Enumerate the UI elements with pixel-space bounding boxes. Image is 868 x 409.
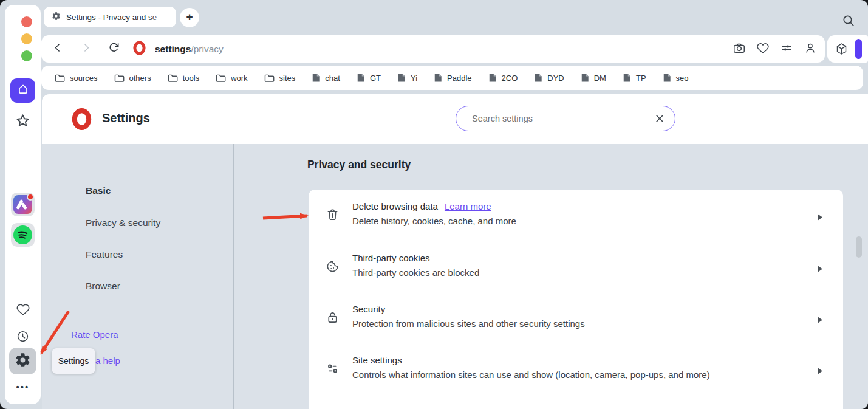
bookmark-folder-work[interactable]: work: [216, 74, 247, 83]
trash-icon: [326, 208, 340, 222]
bookmark-2co[interactable]: 2CO: [488, 73, 518, 83]
new-tab-button[interactable]: +: [180, 8, 199, 27]
bookmark-label: 2CO: [502, 74, 518, 83]
home-icon: [16, 83, 30, 98]
lock-icon: [326, 311, 340, 325]
card-subtitle: Protection from malicious sites and othe…: [352, 318, 585, 329]
card-third-party-cookies[interactable]: Third-party cookies Third-party cookies …: [309, 241, 843, 292]
sidebar-more-button[interactable]: •••: [5, 382, 41, 392]
settings-search-input[interactable]: [472, 114, 654, 123]
opera-logo-icon: [132, 40, 147, 58]
traffic-light-minimize[interactable]: [21, 33, 32, 44]
browser-search-button[interactable]: [841, 13, 856, 28]
sidebar-toggle-pill[interactable]: [855, 39, 862, 59]
rate-opera-link[interactable]: Rate Opera: [71, 329, 118, 340]
bookmark-folder-sites[interactable]: sites: [264, 74, 296, 83]
bookmark-label: DYD: [547, 74, 564, 83]
page-icon: [581, 73, 589, 83]
settings-nav-privacy[interactable]: Privacy & security: [86, 218, 160, 229]
sidebar-home-button[interactable]: [10, 78, 35, 103]
nav-divider: [233, 144, 234, 409]
sidebar-spotify-button[interactable]: [11, 223, 35, 247]
sidebar-likes-button[interactable]: [16, 302, 30, 317]
tab-settings-privacy[interactable]: Settings - Privacy and se: [44, 7, 176, 27]
folder-icon: [114, 74, 125, 83]
bookmark-folder-sources[interactable]: sources: [55, 74, 98, 83]
forward-button[interactable]: [80, 42, 92, 56]
bookmark-gt[interactable]: GT: [357, 73, 381, 83]
bookmark-label: TP: [636, 74, 646, 83]
card-title: Site settings: [352, 355, 402, 365]
settings-nav-browser[interactable]: Browser: [86, 281, 120, 292]
sidebar-settings-button[interactable]: [9, 348, 36, 374]
card-delete-browsing-data[interactable]: Delete browsing dataLearn more Delete hi…: [309, 190, 843, 241]
address-bar[interactable]: settings/privacy: [41, 35, 825, 63]
settings-search[interactable]: [456, 106, 675, 131]
sidebar-workspace-button[interactable]: [14, 112, 32, 130]
extensions-panel: [827, 35, 868, 63]
settings-nav-features[interactable]: Features: [86, 249, 123, 260]
chevron-right-icon: [818, 366, 822, 373]
reload-button[interactable]: [108, 42, 120, 56]
section-heading: Privacy and security: [307, 159, 411, 171]
chevron-right-icon: [818, 212, 822, 219]
learn-more-link[interactable]: Learn more: [445, 201, 491, 211]
snapshot-button[interactable]: [733, 41, 746, 57]
bookmarks-bar: sources others tools work sites chat GT …: [41, 66, 863, 90]
heart-icon: [757, 43, 768, 52]
notification-dot: [27, 193, 34, 201]
settings-nav-basic[interactable]: Basic: [86, 185, 111, 196]
card-subtitle: Third-party cookies are blocked: [352, 267, 479, 278]
url-field[interactable]: settings/privacy: [155, 44, 224, 55]
close-icon: [657, 115, 663, 122]
opera-help-link[interactable]: a help: [95, 356, 120, 366]
sidebar-app-button[interactable]: [11, 193, 35, 216]
bookmark-label: Yi: [411, 74, 417, 83]
person-icon: [807, 49, 814, 52]
card-security[interactable]: Security Protection from malicious sites…: [309, 292, 843, 343]
bookmark-label: GT: [370, 74, 381, 83]
clear-search-button[interactable]: [654, 113, 665, 124]
bookmark-paddle[interactable]: Paddle: [434, 73, 471, 83]
card-partial-next[interactable]: [309, 394, 843, 409]
page-icon: [397, 73, 406, 83]
bookmark-label: chat: [325, 74, 340, 83]
card-subtitle: Delete history, cookies, cache, and more: [352, 216, 516, 226]
extension-cube-button[interactable]: [835, 42, 849, 56]
settings-tooltip: Settings: [52, 348, 95, 374]
folder-icon: [168, 74, 178, 83]
bookmark-dm[interactable]: DM: [581, 73, 606, 83]
traffic-light-zoom[interactable]: [21, 50, 32, 61]
bookmark-folder-tools[interactable]: tools: [168, 74, 199, 83]
page-icon: [663, 73, 671, 83]
bookmark-yi[interactable]: Yi: [397, 73, 417, 83]
bookmark-tp[interactable]: TP: [623, 73, 646, 83]
page-scrollbar-thumb[interactable]: [856, 236, 862, 258]
bookmark-folder-others[interactable]: others: [114, 74, 151, 83]
cookie-icon: [326, 259, 340, 273]
url-primary: settings: [155, 44, 191, 54]
page-icon: [623, 73, 631, 83]
bookmark-label: sources: [70, 74, 98, 83]
clock-icon: [23, 334, 25, 338]
browser-sidebar: •••: [5, 5, 41, 404]
gear-icon: [15, 352, 31, 371]
bookmark-page-button[interactable]: [756, 41, 770, 57]
bookmark-dyd[interactable]: DYD: [534, 73, 564, 83]
bookmark-seo[interactable]: seo: [663, 73, 689, 83]
profile-button[interactable]: [804, 41, 817, 57]
page-icon: [312, 73, 320, 83]
bookmark-chat[interactable]: chat: [312, 73, 340, 83]
card-site-settings[interactable]: Site settings Controls what information …: [309, 343, 843, 394]
cube-icon: [838, 46, 846, 54]
sidebar-history-button[interactable]: [16, 329, 30, 344]
page-title: Settings: [102, 111, 150, 125]
easy-setup-button[interactable]: [780, 41, 793, 57]
traffic-light-close[interactable]: [21, 16, 32, 27]
card-title: Security: [352, 304, 385, 314]
camera-icon: [737, 46, 742, 50]
back-button[interactable]: [52, 42, 64, 56]
gear-icon: [52, 12, 61, 23]
browser-window: ••• Settings - Privacy and se +: [0, 0, 868, 409]
bookmark-label: tools: [183, 74, 199, 83]
